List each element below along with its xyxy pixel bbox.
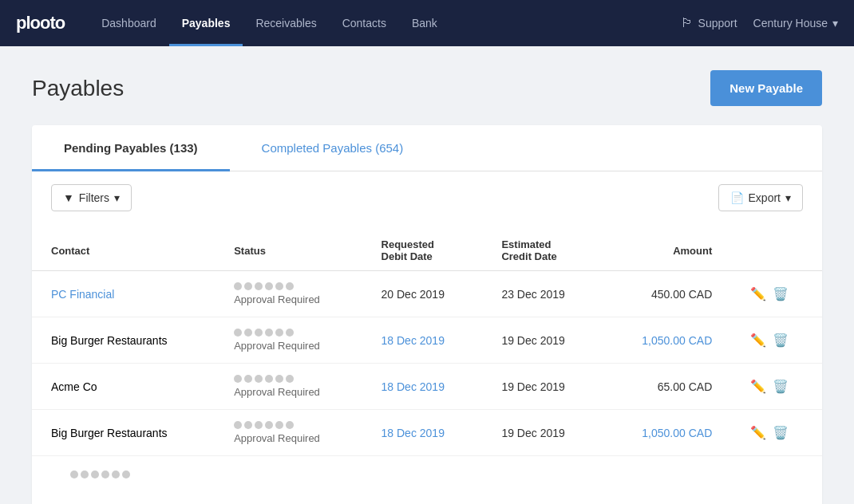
col-estimated-credit: EstimatedCredit Date bbox=[482, 230, 603, 271]
dot-p1 bbox=[70, 471, 78, 478]
requested-debit-date: 20 Dec 2019 bbox=[382, 288, 445, 301]
dot-2 bbox=[244, 329, 252, 337]
export-dropdown-icon: ▾ bbox=[785, 191, 791, 204]
requested-debit-cell: 20 Dec 2019 bbox=[362, 271, 483, 317]
dot-2 bbox=[244, 282, 252, 290]
app-logo[interactable]: plooto bbox=[16, 13, 65, 33]
nav-bank[interactable]: Bank bbox=[399, 0, 450, 46]
col-actions bbox=[731, 230, 822, 271]
dot-3 bbox=[255, 375, 263, 383]
contact-name: Big Burger Restaurants bbox=[51, 427, 168, 439]
export-button[interactable]: 📄 Export ▾ bbox=[718, 184, 803, 211]
filter-label: Filters bbox=[79, 191, 109, 204]
edit-icon[interactable]: ✏️ bbox=[750, 425, 766, 440]
contact-name: Big Burger Restaurants bbox=[51, 334, 168, 347]
contact-cell: Big Burger Restaurants bbox=[32, 410, 215, 456]
dot-5 bbox=[275, 282, 283, 290]
dot-3 bbox=[255, 282, 263, 290]
page-title: Payables bbox=[32, 76, 124, 101]
filter-button[interactable]: ▼ Filters ▾ bbox=[51, 184, 132, 211]
estimated-credit-date: 19 Dec 2019 bbox=[501, 334, 564, 347]
org-dropdown-icon: ▾ bbox=[832, 17, 838, 30]
status-cell: Approval Required bbox=[215, 271, 362, 317]
status-label: Approval Required bbox=[234, 340, 320, 352]
contact-name[interactable]: PC Financial bbox=[51, 288, 114, 301]
estimated-credit-cell: 19 Dec 2019 bbox=[482, 364, 603, 410]
status-dots bbox=[234, 375, 294, 383]
requested-debit-date[interactable]: 18 Dec 2019 bbox=[382, 334, 445, 347]
delete-icon[interactable]: 🗑️ bbox=[773, 333, 789, 348]
table-row: PC Financial Approval Required 20 Dec 20… bbox=[32, 271, 822, 317]
new-payable-button[interactable]: New Payable bbox=[710, 70, 822, 106]
dot-1 bbox=[234, 282, 242, 290]
dot-4 bbox=[265, 282, 273, 290]
org-selector[interactable]: Century House ▾ bbox=[753, 17, 838, 30]
amount-value[interactable]: 1,050.00 CAD bbox=[642, 427, 712, 439]
amount-cell: 65.00 CAD bbox=[603, 364, 731, 410]
nav-receivables[interactable]: Receivables bbox=[243, 0, 329, 46]
estimated-credit-cell: 23 Dec 2019 bbox=[482, 271, 603, 317]
tab-pending[interactable]: Pending Payables (133) bbox=[32, 125, 230, 171]
tab-completed[interactable]: Completed Payables (654) bbox=[230, 125, 436, 171]
status-dots bbox=[234, 421, 294, 429]
col-contact: Contact bbox=[32, 230, 215, 271]
estimated-credit-date: 19 Dec 2019 bbox=[501, 380, 564, 393]
partial-row bbox=[32, 456, 822, 494]
dot-5 bbox=[275, 329, 283, 337]
dot-5 bbox=[275, 375, 283, 383]
page-header: Payables New Payable bbox=[32, 70, 822, 106]
estimated-credit-cell: 19 Dec 2019 bbox=[482, 317, 603, 364]
table-row: Big Burger Restaurants Approval Required… bbox=[32, 410, 822, 456]
amount-cell: 1,050.00 CAD bbox=[603, 410, 731, 456]
dot-2 bbox=[244, 421, 252, 429]
contact-cell: Big Burger Restaurants bbox=[32, 317, 215, 364]
support-button[interactable]: 🏳 Support bbox=[681, 16, 737, 30]
delete-icon[interactable]: 🗑️ bbox=[773, 425, 789, 440]
requested-debit-date[interactable]: 18 Dec 2019 bbox=[382, 380, 445, 393]
contact-cell: Acme Co bbox=[32, 364, 215, 410]
col-status: Status bbox=[215, 230, 362, 271]
amount-value: 65.00 CAD bbox=[658, 380, 712, 393]
requested-debit-date[interactable]: 18 Dec 2019 bbox=[382, 427, 445, 439]
estimated-credit-date: 23 Dec 2019 bbox=[501, 288, 564, 301]
estimated-credit-cell: 19 Dec 2019 bbox=[482, 410, 603, 456]
status-dots bbox=[234, 329, 294, 337]
contact-cell[interactable]: PC Financial bbox=[32, 271, 215, 317]
actions-cell: ✏️ 🗑️ bbox=[731, 317, 822, 364]
dot-6 bbox=[286, 282, 294, 290]
delete-icon[interactable]: 🗑️ bbox=[773, 286, 789, 301]
estimated-credit-date: 19 Dec 2019 bbox=[501, 427, 564, 439]
amount-value[interactable]: 1,050.00 CAD bbox=[642, 334, 712, 347]
export-label: Export bbox=[749, 191, 781, 204]
status-cell: Approval Required bbox=[215, 317, 362, 364]
edit-icon[interactable]: ✏️ bbox=[750, 379, 766, 394]
nav-contacts[interactable]: Contacts bbox=[330, 0, 399, 46]
dot-p5 bbox=[112, 471, 120, 478]
status-label: Approval Required bbox=[234, 386, 320, 398]
table-body: PC Financial Approval Required 20 Dec 20… bbox=[32, 271, 822, 494]
main-content: Payables New Payable Pending Payables (1… bbox=[0, 46, 854, 504]
toolbar: ▼ Filters ▾ 📄 Export ▾ bbox=[32, 171, 822, 224]
dot-6 bbox=[286, 329, 294, 337]
edit-icon[interactable]: ✏️ bbox=[750, 286, 766, 301]
amount-cell: 1,050.00 CAD bbox=[603, 317, 731, 364]
table-row: Acme Co Approval Required 18 Dec 2019 19… bbox=[32, 364, 822, 410]
delete-icon[interactable]: 🗑️ bbox=[773, 379, 789, 394]
col-amount: Amount bbox=[603, 230, 731, 271]
requested-debit-cell: 18 Dec 2019 bbox=[362, 317, 483, 364]
flag-icon: 🏳 bbox=[681, 16, 694, 30]
amount-value: 450.00 CAD bbox=[651, 288, 712, 301]
dot-6 bbox=[286, 375, 294, 383]
status-label: Approval Required bbox=[234, 293, 320, 305]
dot-5 bbox=[275, 421, 283, 429]
table-row: Big Burger Restaurants Approval Required… bbox=[32, 317, 822, 364]
nav-dashboard[interactable]: Dashboard bbox=[89, 0, 169, 46]
navbar: plooto Dashboard Payables Receivables Co… bbox=[0, 0, 854, 46]
nav-right: 🏳 Support Century House ▾ bbox=[681, 16, 838, 30]
nav-payables[interactable]: Payables bbox=[169, 0, 243, 46]
amount-cell: 450.00 CAD bbox=[603, 271, 731, 317]
dot-p4 bbox=[101, 471, 109, 478]
dot-4 bbox=[265, 421, 273, 429]
filter-icon: ▼ bbox=[63, 191, 74, 204]
edit-icon[interactable]: ✏️ bbox=[750, 333, 766, 348]
